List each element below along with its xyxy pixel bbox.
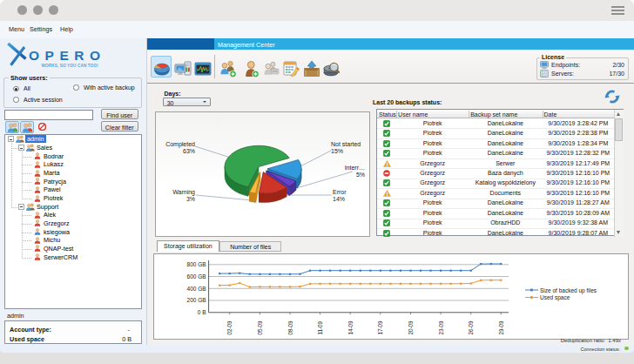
svg-text:08-09: 08-09 (287, 320, 293, 335)
svg-text:OPERO: OPERO (29, 48, 105, 63)
svg-text:Used space: Used space (540, 294, 570, 301)
svg-text:200 GB: 200 GB (187, 297, 206, 303)
svg-text:WORKS, SO YOU CAN TOO!: WORKS, SO YOU CAN TOO! (42, 64, 99, 68)
svg-text:14-09: 14-09 (347, 320, 354, 335)
svg-text:20-09: 20-09 (408, 320, 414, 335)
svg-text:17-09: 17-09 (377, 320, 383, 335)
svg-text:600 GB: 600 GB (187, 273, 206, 280)
svg-text:Size of backed up files: Size of backed up files (540, 287, 597, 294)
svg-text:0 B: 0 B (198, 309, 206, 315)
svg-text:26-09: 26-09 (468, 320, 474, 335)
svg-text:29-09: 29-09 (498, 320, 504, 335)
svg-text:05-09: 05-09 (257, 320, 263, 335)
svg-text:11-09: 11-09 (317, 320, 323, 334)
svg-text:400 GB: 400 GB (187, 286, 206, 292)
svg-text:800 GB: 800 GB (187, 261, 206, 267)
svg-text:02-09: 02-09 (226, 320, 233, 335)
svg-text:23-09: 23-09 (438, 320, 444, 335)
